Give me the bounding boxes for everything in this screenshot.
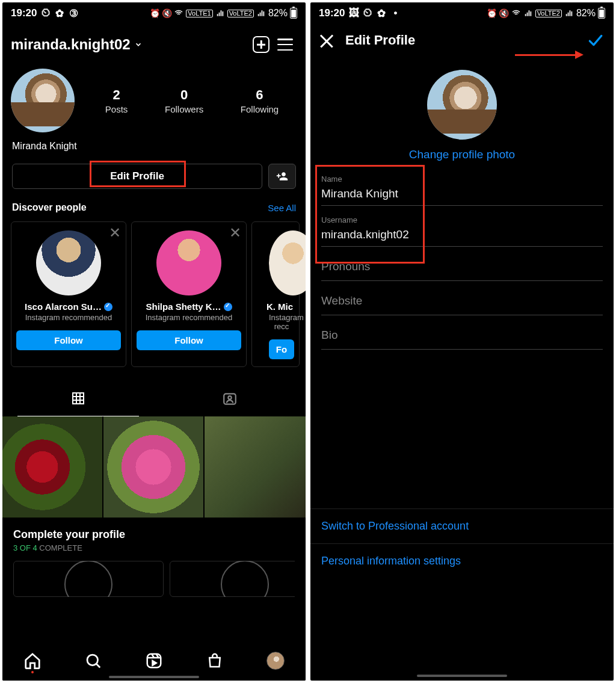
signal-icon-2	[564, 8, 574, 18]
stat-followers-count: 0	[165, 87, 203, 103]
gesture-bar	[109, 676, 199, 678]
suggestion-avatar[interactable]	[156, 230, 221, 295]
suggestion-name: K. Mic	[257, 301, 294, 312]
post-thumbnail[interactable]	[2, 416, 102, 518]
discover-card: K. Mic Instagram recc Fo	[251, 221, 300, 367]
shop-icon	[206, 652, 224, 670]
suggestion-avatar[interactable]	[36, 230, 101, 295]
profile-avatar[interactable]	[11, 69, 75, 132]
follow-button[interactable]: Follow	[16, 330, 121, 350]
create-post-button[interactable]	[249, 32, 273, 57]
switch-professional-link[interactable]: Switch to Professional account	[310, 508, 614, 543]
settings-badge-icon: ✿	[55, 8, 64, 18]
complete-card[interactable]	[13, 561, 164, 597]
edit-profile-header: Edit Profile	[310, 23, 614, 55]
battery-percentage: 82%	[268, 8, 288, 19]
complete-profile-title: Complete your profile	[13, 528, 295, 541]
suggestion-source: Instagram recommended	[16, 313, 121, 322]
alarm-icon-2: ⏰	[150, 8, 159, 18]
profile-stats-row: 2 Posts 0 Followers 6 Following	[2, 63, 306, 137]
stat-following-count: 6	[241, 87, 279, 103]
post-thumbnail[interactable]	[205, 416, 306, 518]
nav-home[interactable]	[23, 652, 42, 670]
stat-following-label: Following	[241, 104, 279, 114]
discover-card: ✕ Shilpa Shetty K… Instagram recommended…	[131, 221, 247, 367]
tab-tagged[interactable]	[154, 384, 306, 416]
nav-profile[interactable]	[266, 652, 285, 670]
nav-reels[interactable]	[145, 652, 163, 670]
volte-icon: VoLTE1	[186, 10, 212, 17]
change-profile-photo-link[interactable]: Change profile photo	[310, 148, 614, 161]
menu-button[interactable]	[273, 32, 297, 57]
complete-cards-row[interactable]	[13, 561, 295, 597]
post-thumbnail[interactable]	[103, 416, 203, 518]
stat-posts-count: 2	[105, 87, 128, 103]
close-card-button[interactable]: ✕	[109, 226, 121, 240]
tagged-icon	[222, 391, 238, 407]
username-dropdown[interactable]: miranda.knight02	[11, 36, 249, 53]
username-field[interactable]: Username miranda.knight02	[321, 208, 603, 247]
volte-icon: VoLTE2	[535, 10, 562, 17]
personal-info-settings-link[interactable]: Personal information settings	[310, 543, 614, 578]
follow-button[interactable]: Fo	[269, 339, 294, 359]
profile-display-name: Miranda Knight	[2, 137, 306, 155]
add-person-icon	[276, 170, 289, 182]
svg-point-3	[87, 655, 98, 666]
wifi-icon	[174, 8, 183, 18]
suggestion-avatar[interactable]	[269, 230, 306, 295]
tab-grid[interactable]	[2, 384, 154, 416]
grid-icon	[71, 391, 85, 406]
pronouns-field[interactable]: Pronouns	[321, 249, 603, 281]
alarm-icon: ⏲	[363, 8, 372, 18]
nav-shop[interactable]	[206, 652, 224, 670]
website-field[interactable]: Website	[321, 283, 603, 315]
plus-square-icon	[253, 36, 270, 53]
username-value: miranda.knight02	[321, 224, 603, 246]
alarm-icon-2: ⏰	[487, 8, 497, 18]
spacer	[310, 352, 614, 508]
edit-profile-button[interactable]: Edit Profile	[12, 164, 262, 189]
chevron-down-icon	[134, 40, 143, 49]
svg-point-2	[228, 396, 231, 399]
nav-search[interactable]	[84, 652, 102, 670]
suggestion-name: Shilpa Shetty K…	[137, 301, 241, 312]
image-icon: 🖼	[349, 8, 359, 18]
confirm-check-button[interactable]	[585, 32, 605, 48]
discover-card: ✕ Isco Alarcon Su… Instagram recommended…	[11, 221, 126, 367]
verified-badge-icon	[104, 303, 112, 311]
svg-rect-0	[73, 393, 84, 404]
discover-people-button[interactable]	[268, 164, 296, 189]
nav-profile-avatar	[266, 652, 285, 670]
signal-icon	[523, 8, 533, 18]
wifi-icon	[511, 8, 521, 18]
stat-posts-label: Posts	[105, 104, 128, 114]
edit-profile-avatar[interactable]	[427, 70, 497, 140]
signal-icon-2	[256, 8, 266, 18]
status-bar: 19:20 🖼 ⏲ ✿ • ⏰ 🔇 VoLTE2 82%	[310, 2, 614, 23]
name-field[interactable]: Name Miranda Knight	[321, 167, 603, 206]
mute-icon: 🔇	[162, 8, 171, 18]
bio-field[interactable]: Bio	[321, 318, 603, 350]
stat-posts[interactable]: 2 Posts	[105, 87, 128, 114]
bottom-nav	[2, 641, 306, 681]
edit-profile-title: Edit Profile	[345, 32, 574, 48]
edit-profile-label: Edit Profile	[110, 170, 164, 182]
status-bar: 19:20 ⏲ ✿ ③ ⏰ 🔇 VoLTE1 VoLTE2 82%	[2, 2, 306, 23]
volte-icon-2: VoLTE2	[227, 10, 254, 17]
close-card-button[interactable]: ✕	[229, 226, 241, 240]
circle-3-icon: ③	[69, 8, 78, 18]
dot-icon: •	[390, 8, 400, 18]
follow-button[interactable]: Follow	[137, 330, 241, 350]
username-text: miranda.knight02	[11, 36, 131, 53]
signal-icon	[215, 8, 225, 18]
stat-followers[interactable]: 0 Followers	[165, 87, 203, 114]
mute-icon: 🔇	[499, 8, 509, 18]
svg-rect-4	[147, 654, 161, 668]
name-label: Name	[321, 175, 603, 184]
suggestion-source: Instagram recommended	[137, 313, 241, 322]
complete-card[interactable]	[170, 561, 295, 597]
discover-cards-row[interactable]: ✕ Isco Alarcon Su… Instagram recommended…	[2, 218, 306, 374]
close-button[interactable]	[319, 32, 334, 48]
stat-following[interactable]: 6 Following	[241, 87, 279, 114]
see-all-link[interactable]: See All	[268, 203, 296, 213]
